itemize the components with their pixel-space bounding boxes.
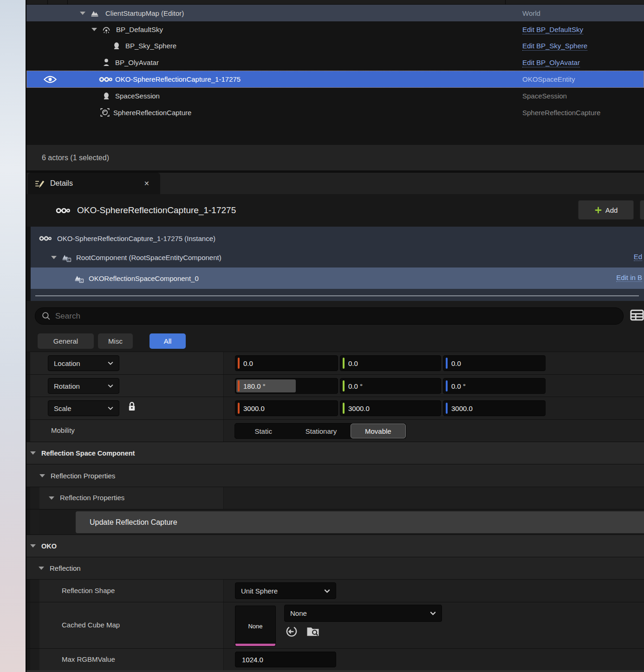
- outliner-row-spherereflectioncapture[interactable]: SphereReflectionCapture SphereReflection…: [26, 104, 644, 121]
- view-options-icon[interactable]: [630, 309, 644, 321]
- tab-details[interactable]: Details ✕: [28, 173, 160, 194]
- details-pencil-icon: [34, 179, 45, 188]
- expander-arrow-icon[interactable]: [51, 256, 57, 259]
- edit-in-blueprint-link[interactable]: Edit in B: [616, 274, 642, 282]
- component-row-rootcomponent[interactable]: C RootComponent (RootSpaceEntityComponen…: [31, 248, 644, 267]
- section-reflection[interactable]: Reflection: [26, 557, 644, 579]
- outliner-row-oko-spherereflectioncapture[interactable]: OKO-SphereReflectionCapture_1-17275 OKOS…: [26, 71, 644, 88]
- expander-arrow-icon[interactable]: [91, 28, 97, 31]
- column-divider: [505, 0, 506, 5]
- filter-misc-button[interactable]: Misc: [98, 333, 133, 349]
- update-reflection-capture-button[interactable]: Update Reflection Capture: [76, 511, 644, 533]
- mobility-row: Mobility Static Stationary Movable: [26, 419, 644, 442]
- mobility-label: Mobility: [51, 426, 75, 434]
- scale-y-field[interactable]: 3000.0: [340, 400, 441, 416]
- expander-arrow-icon[interactable]: [39, 567, 44, 570]
- search-input[interactable]: [55, 312, 566, 321]
- cached-cube-map-label: Cached Cube Map: [62, 621, 120, 629]
- selected-object-title-row: OKO-SphereReflectionCapture_1-17275: [56, 194, 236, 227]
- component-icon: C: [61, 253, 72, 262]
- reflection-shape-dropdown[interactable]: Unit Sphere: [235, 582, 336, 599]
- rotation-z-field[interactable]: 0.0 °: [443, 378, 546, 394]
- clipped-toolbar-button[interactable]: [640, 200, 644, 220]
- chain-link-icon: [56, 207, 71, 215]
- filter-all-button[interactable]: All: [150, 333, 186, 349]
- scale-x-field[interactable]: 3000.0: [235, 400, 338, 416]
- add-component-button[interactable]: Add: [578, 200, 634, 220]
- details-tab-bar: Details ✕: [26, 173, 644, 194]
- location-z-field[interactable]: 0.0: [443, 355, 546, 371]
- scale-dropdown[interactable]: Scale: [48, 400, 119, 416]
- actor-label[interactable]: BP_DefaultSky: [116, 26, 163, 33]
- actor-label[interactable]: SpaceSession: [115, 92, 160, 100]
- cube-map-thumbnail[interactable]: None: [235, 606, 276, 646]
- chain-link-icon: [99, 76, 113, 83]
- unreal-editor-window: ClientStartupMap (Editor) World BP_Defau…: [0, 0, 644, 672]
- details-filter-row: General Misc All: [26, 331, 644, 352]
- expander-arrow-icon[interactable]: [80, 12, 85, 15]
- location-x-field[interactable]: 0.0: [235, 355, 338, 371]
- actor-type: SphereReflectionCapture: [522, 109, 600, 117]
- expander-arrow-icon[interactable]: [30, 451, 36, 455]
- texture-type-color-bar: [235, 644, 275, 646]
- column-divider: [47, 0, 48, 5]
- actor-type: SpaceSession: [522, 92, 567, 100]
- outliner-row-clientstartupmap[interactable]: ClientStartupMap (Editor) World: [26, 5, 644, 21]
- outliner-row-bp-olyavatar[interactable]: BP_OlyAvatar Edit BP_OlyAvatar: [26, 54, 644, 71]
- location-y-field[interactable]: 0.0: [340, 355, 441, 371]
- actor-icon: [112, 42, 121, 50]
- rotation-dropdown[interactable]: Rotation: [48, 378, 119, 394]
- actor-edit-link[interactable]: Edit BP_OlyAvatar: [522, 59, 580, 66]
- section-oko[interactable]: OKO: [26, 535, 644, 557]
- actor-label[interactable]: BP_OlyAvatar: [115, 59, 159, 66]
- max-rgbm-field[interactable]: 1024.0: [235, 652, 336, 667]
- location-dropdown[interactable]: Location: [48, 355, 119, 371]
- chevron-down-icon: [108, 406, 113, 410]
- mobility-static-option[interactable]: Static: [235, 424, 292, 438]
- actor-edit-link[interactable]: Edit BP_DefaultSky: [522, 26, 583, 33]
- component-icon: C: [74, 274, 84, 283]
- outliner-row-spacesession[interactable]: SpaceSession SpaceSession: [26, 88, 644, 104]
- cube-map-asset-dropdown[interactable]: None: [284, 605, 442, 622]
- scale-row: Scale 3000.0 3000.0 3000.0: [26, 397, 644, 419]
- use-selected-asset-icon[interactable]: [286, 626, 298, 638]
- rotation-row: Rotation 180.0 ° 0.0 ° 0.0 °: [26, 374, 644, 397]
- expander-arrow-icon[interactable]: [30, 544, 36, 548]
- search-icon: [42, 312, 51, 320]
- component-row-instance-root[interactable]: OKO-SphereReflectionCapture_1-17275 (Ins…: [31, 229, 644, 247]
- lock-scale-icon[interactable]: [128, 401, 136, 411]
- mobility-movable-option[interactable]: Movable: [351, 424, 406, 438]
- mobility-stationary-option[interactable]: Stationary: [292, 424, 350, 438]
- section-reflection-space-component[interactable]: Reflection Space Component: [26, 442, 644, 464]
- location-row: Location 0.0 0.0 0.0: [26, 352, 644, 374]
- scale-z-field[interactable]: 3000.0: [443, 400, 546, 416]
- component-label[interactable]: RootComponent (RootSpaceEntityComponent): [76, 254, 221, 261]
- actor-label[interactable]: OKO-SphereReflectionCapture_1-17275: [115, 75, 241, 83]
- component-tree-panel: OKO-SphereReflectionCapture_1-17275 (Ins…: [31, 227, 644, 301]
- search-box[interactable]: [35, 307, 624, 325]
- edit-in-cpp-link[interactable]: Ed: [634, 253, 642, 261]
- component-label[interactable]: OKO-SphereReflectionCapture_1-17275 (Ins…: [57, 235, 215, 242]
- actor-label[interactable]: SphereReflectionCapture: [113, 109, 191, 117]
- actor-icon: [102, 92, 111, 100]
- outliner-row-bp-sky-sphere[interactable]: BP_Sky_Sphere Edit BP_Sky_Sphere: [26, 38, 644, 54]
- expander-arrow-icon[interactable]: [39, 474, 45, 477]
- expander-arrow-icon[interactable]: [49, 496, 54, 500]
- component-row-okoreflectionspacecomponent[interactable]: C OKOReflectionSpaceComponent_0 Edit in …: [31, 267, 644, 289]
- next-row-strip: [26, 670, 644, 672]
- close-tab-icon[interactable]: ✕: [144, 180, 150, 187]
- eye-visibility-icon[interactable]: [43, 75, 57, 84]
- rotation-x-field[interactable]: 180.0 °: [235, 378, 338, 394]
- actor-label[interactable]: ClientStartupMap (Editor): [105, 9, 184, 17]
- outliner-row-bp-defaultsky[interactable]: BP_DefaultSky Edit BP_DefaultSky: [26, 21, 644, 38]
- actor-edit-link[interactable]: Edit BP_Sky_Sphere: [522, 42, 587, 50]
- section-reflection-properties-inner[interactable]: Reflection Properties: [26, 487, 644, 509]
- actor-type: World: [522, 9, 540, 17]
- rotation-y-field[interactable]: 0.0 °: [340, 378, 441, 394]
- outliner-column-header: [26, 0, 644, 5]
- section-reflection-properties[interactable]: Reflection Properties: [26, 464, 644, 487]
- actor-label[interactable]: BP_Sky_Sphere: [125, 42, 176, 50]
- component-label[interactable]: OKOReflectionSpaceComponent_0: [89, 274, 199, 282]
- filter-general-button[interactable]: General: [38, 333, 94, 349]
- browse-to-asset-icon[interactable]: [306, 626, 319, 637]
